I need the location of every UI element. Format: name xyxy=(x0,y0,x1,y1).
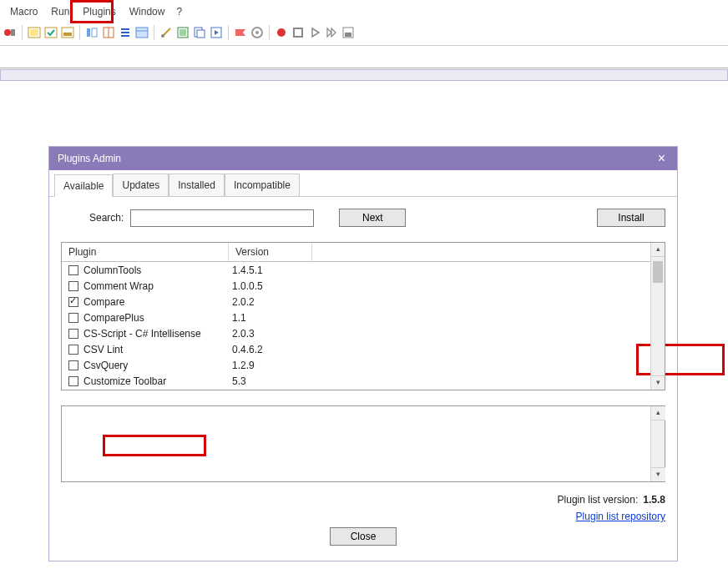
plugin-version: 0.4.6.2 xyxy=(229,344,312,355)
content-header-strip xyxy=(0,69,728,81)
tab-incompatible[interactable]: Incompatible xyxy=(225,174,300,196)
fast-forward-icon[interactable] xyxy=(325,26,338,39)
tool-icon-8[interactable] xyxy=(159,26,173,39)
plugin-version: 2.0.3 xyxy=(229,328,312,340)
svg-rect-1 xyxy=(11,29,15,36)
tool-icon-6[interactable] xyxy=(119,26,132,39)
plugin-checkbox[interactable] xyxy=(68,360,78,370)
svg-point-16 xyxy=(161,34,164,38)
plugin-checkbox[interactable] xyxy=(68,313,78,323)
description-scrollbar[interactable]: ▴ ▾ xyxy=(650,406,665,481)
plugin-checkbox[interactable] xyxy=(68,345,78,355)
plugin-name: Customize Toolbar xyxy=(83,375,166,387)
plugin-name: CsvQuery xyxy=(83,360,128,371)
toolbar-separator xyxy=(228,25,229,40)
svg-rect-8 xyxy=(92,28,97,37)
column-plugin[interactable]: Plugin xyxy=(62,243,229,261)
svg-rect-27 xyxy=(345,33,351,37)
tool-icon-7[interactable] xyxy=(135,26,149,39)
scroll-up-icon[interactable]: ▴ xyxy=(651,406,665,420)
svg-rect-18 xyxy=(179,29,186,36)
plugin-name: ColumnTools xyxy=(83,264,141,276)
table-row[interactable]: CSV Lint0.4.6.2 xyxy=(62,341,650,357)
install-button[interactable]: Install xyxy=(597,209,665,227)
toolbar-separator xyxy=(154,25,154,40)
dialog-tabs: Available Updates Installed Incompatible xyxy=(49,170,677,197)
dialog-titlebar[interactable]: Plugins Admin × xyxy=(49,147,677,170)
svg-rect-3 xyxy=(30,29,38,36)
table-row[interactable]: Comment Wrap1.0.0.5 xyxy=(62,278,650,294)
table-row[interactable]: ComparePlus1.1 xyxy=(62,310,650,325)
tool-icon-13[interactable] xyxy=(250,26,264,39)
svg-rect-25 xyxy=(294,28,302,37)
plugin-table: Plugin Version ColumnTools1.4.5.1Comment… xyxy=(61,242,665,390)
table-row[interactable]: Customize Toolbar5.3 xyxy=(62,373,650,389)
svg-rect-6 xyxy=(63,33,72,36)
plugin-version: 1.0.0.5 xyxy=(229,280,312,292)
scroll-up-icon[interactable]: ▴ xyxy=(651,243,665,257)
search-row: Search: Next Install xyxy=(61,209,665,227)
stop-icon[interactable] xyxy=(291,26,305,39)
tab-updates[interactable]: Updates xyxy=(113,174,169,196)
tab-available[interactable]: Available xyxy=(54,174,113,197)
close-button[interactable]: Close xyxy=(330,527,397,546)
plugin-checkbox[interactable] xyxy=(68,376,78,386)
plugin-name: CSV Lint xyxy=(83,344,123,355)
plugin-name: ComparePlus xyxy=(83,312,144,324)
table-row[interactable]: CsvQuery1.2.9 xyxy=(62,357,650,373)
menu-help[interactable]: ? xyxy=(171,3,187,21)
scroll-thumb[interactable] xyxy=(653,261,663,283)
plugins-admin-dialog: Plugins Admin × Available Updates Instal… xyxy=(48,146,678,561)
footer-version-row: Plugin list version: 1.5.8 xyxy=(61,494,665,506)
tool-icon-4[interactable] xyxy=(85,26,99,39)
plugin-version: 5.3 xyxy=(229,375,312,387)
tool-icon-2[interactable] xyxy=(44,26,58,39)
svg-point-23 xyxy=(255,31,259,34)
toolbar-separator xyxy=(22,25,23,40)
table-scrollbar[interactable]: ▴ ▾ xyxy=(650,243,665,390)
search-input[interactable] xyxy=(130,209,314,227)
plugin-list-repository-link[interactable]: Plugin list repository xyxy=(576,511,665,522)
tool-icon-10[interactable] xyxy=(193,26,206,39)
menu-run[interactable]: Run xyxy=(44,3,76,21)
scroll-down-icon[interactable]: ▾ xyxy=(651,375,665,390)
svg-point-24 xyxy=(277,28,286,37)
close-icon[interactable]: × xyxy=(653,152,670,165)
toolbar-separator xyxy=(269,25,270,40)
svg-rect-7 xyxy=(87,28,90,37)
table-row[interactable]: Compare2.0.2 xyxy=(62,294,650,310)
menu-macro[interactable]: Macro xyxy=(3,3,44,21)
scroll-down-icon[interactable]: ▾ xyxy=(651,467,665,481)
record-macro-icon[interactable] xyxy=(3,26,17,39)
tool-icon-5[interactable] xyxy=(102,26,115,39)
table-row[interactable]: ColumnTools1.4.5.1 xyxy=(62,262,650,278)
svg-rect-4 xyxy=(45,28,57,38)
tool-icon-1[interactable] xyxy=(28,26,41,39)
column-spacer xyxy=(312,243,650,261)
play-icon[interactable] xyxy=(308,26,321,39)
tool-icon-12[interactable] xyxy=(234,26,247,39)
plugin-checkbox[interactable] xyxy=(68,329,78,339)
toolbar xyxy=(0,23,728,46)
column-version[interactable]: Version xyxy=(229,243,312,261)
menu-window[interactable]: Window xyxy=(123,3,172,21)
record-icon[interactable] xyxy=(275,26,288,39)
table-header: Plugin Version xyxy=(62,243,650,262)
plugin-name: Compare xyxy=(83,296,124,308)
menu-plugins[interactable]: Plugins xyxy=(76,3,122,21)
plugin-checkbox[interactable] xyxy=(68,281,78,291)
tool-icon-9[interactable] xyxy=(176,26,190,39)
horizontal-rule xyxy=(0,68,728,68)
save-session-icon[interactable] xyxy=(341,26,355,39)
tool-icon-11[interactable] xyxy=(210,26,223,39)
tab-installed[interactable]: Installed xyxy=(169,174,225,196)
toolbar-separator xyxy=(79,25,80,40)
plugin-version: 1.2.9 xyxy=(229,360,312,371)
table-row[interactable]: CS-Script - C# Intellisense2.0.3 xyxy=(62,325,650,341)
tool-icon-3[interactable] xyxy=(61,26,74,39)
next-button[interactable]: Next xyxy=(339,209,406,227)
close-row: Close xyxy=(61,527,665,546)
plugin-list-version-value: 1.5.8 xyxy=(643,494,665,506)
plugin-checkbox[interactable] xyxy=(68,297,78,307)
plugin-checkbox[interactable] xyxy=(68,265,78,275)
